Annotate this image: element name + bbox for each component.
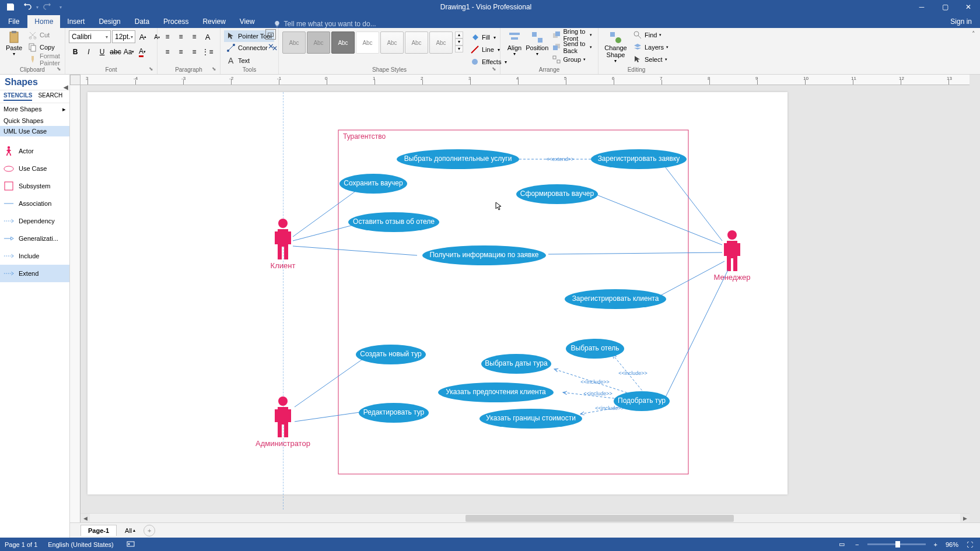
usecase[interactable]: Сохранить ваучер <box>340 174 407 194</box>
bold-button[interactable]: B <box>69 45 82 58</box>
presentation-mode-button[interactable]: ▭ <box>836 539 847 549</box>
paste-button[interactable]: Paste ▾ <box>4 29 24 58</box>
layers-button[interactable]: Layers▾ <box>631 41 671 53</box>
association[interactable] <box>659 159 722 241</box>
page-tab-1[interactable]: Page-1 <box>80 525 117 536</box>
align-center-button[interactable]: ≡ <box>174 45 187 58</box>
style-swatch[interactable]: Abc <box>356 31 379 54</box>
bring-front-button[interactable]: Bring to Front▾ <box>550 29 594 41</box>
collapse-ribbon-button[interactable]: ˄ <box>967 28 980 74</box>
data-tab[interactable]: Data <box>128 15 156 28</box>
shape-subsystem[interactable]: Subsystem <box>0 177 69 195</box>
zoom-out-button[interactable]: − <box>853 540 861 549</box>
add-page-button[interactable]: + <box>144 525 155 536</box>
align-bottom-button[interactable]: ≡ <box>188 30 201 43</box>
association[interactable] <box>293 246 417 255</box>
save-button[interactable] <box>4 1 18 13</box>
shape-generalization[interactable]: Generalizati... <box>0 230 69 247</box>
style-swatch[interactable]: Abc <box>429 31 453 54</box>
association[interactable] <box>548 252 722 254</box>
copy-button[interactable]: Copy <box>26 41 62 53</box>
format-painter-button[interactable]: Format Painter <box>26 54 62 65</box>
process-tab[interactable]: Process <box>156 15 195 28</box>
usecase[interactable]: Получить информацию по заявке <box>422 245 546 265</box>
align-top-button[interactable]: ≡ <box>161 30 174 43</box>
strikethrough-button[interactable]: abc <box>109 45 122 58</box>
all-pages-button[interactable]: All▴ <box>120 525 140 536</box>
usecase[interactable]: Выбрать отель <box>566 339 624 359</box>
tell-me-search[interactable]: Tell me what you want to do... <box>262 20 943 28</box>
zoom-level[interactable]: 96% <box>946 541 958 548</box>
association[interactable] <box>595 194 722 245</box>
align-left-button[interactable]: ≡ <box>161 45 174 58</box>
style-swatch[interactable]: Abc <box>405 31 428 54</box>
more-shapes-link[interactable]: More Shapes▸ <box>0 103 69 115</box>
font-name-combo[interactable]: Calibri▾ <box>69 30 111 43</box>
usecase[interactable]: Оставить отзыв об отеле <box>348 212 439 232</box>
scroll-right-button[interactable]: ▶ <box>960 514 970 523</box>
bullets-button[interactable]: ⋮≡ <box>201 45 214 58</box>
font-launcher[interactable]: ⬊ <box>149 66 155 72</box>
shape-extend[interactable]: Extend <box>0 265 69 282</box>
undo-button[interactable] <box>20 1 34 13</box>
connection-point-button[interactable]: ✕ <box>265 41 276 51</box>
select-button[interactable]: Select▾ <box>631 54 671 65</box>
orientation-button[interactable]: A <box>201 30 214 43</box>
style-swatch[interactable]: Abc <box>282 31 306 54</box>
send-back-button[interactable]: Send to Back▾ <box>550 41 594 53</box>
shape-association[interactable]: Association <box>0 195 69 212</box>
gallery-up[interactable]: ▴ <box>455 31 463 38</box>
fit-page-button[interactable]: ⛶ <box>964 540 975 549</box>
change-shape-button[interactable]: Change Shape▾ <box>602 29 629 65</box>
usecase[interactable]: Выбрать даты тура <box>481 354 551 374</box>
insert-tab[interactable]: Insert <box>60 15 92 28</box>
rectangle-tool-button[interactable] <box>265 29 276 40</box>
usecase[interactable]: Создать новый тур <box>356 345 426 364</box>
close-button[interactable]: ✕ <box>957 0 980 14</box>
language-status[interactable]: English (United States) <box>48 541 114 548</box>
maximize-button[interactable]: ▢ <box>933 0 957 14</box>
find-button[interactable]: Find▾ <box>631 29 671 41</box>
italic-button[interactable]: I <box>82 45 95 58</box>
home-tab[interactable]: Home <box>27 15 60 28</box>
underline-button[interactable]: U <box>96 45 108 58</box>
stencils-tab[interactable]: STENCILS <box>4 92 32 101</box>
position-button[interactable]: Position▾ <box>526 29 548 58</box>
increase-font-button[interactable]: A▴ <box>136 30 149 43</box>
collapse-pane-button[interactable]: ◀ <box>64 84 68 90</box>
usecase[interactable]: Зарегистрировать клиента <box>565 289 666 309</box>
design-tab[interactable]: Design <box>92 15 127 28</box>
minimize-button[interactable]: ─ <box>910 0 933 14</box>
case-button[interactable]: Aa▾ <box>123 45 135 58</box>
style-swatch[interactable]: Abc <box>307 31 330 54</box>
actor-client[interactable] <box>275 219 291 259</box>
align-button[interactable]: Align▾ <box>504 29 525 58</box>
align-middle-button[interactable]: ≡ <box>174 30 187 43</box>
usecase[interactable]: Зарегистрировать заявку <box>591 149 687 169</box>
shape-usecase[interactable]: Use Case <box>0 160 69 177</box>
review-tab[interactable]: Review <box>195 15 232 28</box>
actor-admin[interactable] <box>275 396 291 437</box>
paragraph-launcher[interactable]: ⬊ <box>212 66 218 72</box>
style-gallery[interactable]: Abc Abc Abc Abc Abc Abc Abc <box>282 31 453 54</box>
redo-button[interactable] <box>41 1 55 13</box>
usecase[interactable]: Редактировать тур <box>359 403 429 423</box>
scroll-left-button[interactable]: ◀ <box>80 514 90 523</box>
file-tab[interactable]: File <box>0 15 27 28</box>
view-tab[interactable]: View <box>233 15 262 28</box>
usecase[interactable]: Выбрать дополнительные услуги <box>397 149 519 169</box>
text-tool-button[interactable]: AText <box>224 55 252 66</box>
style-swatch[interactable]: Abc <box>331 31 355 54</box>
usecase[interactable]: Сформировать ваучер <box>516 184 598 204</box>
cut-button[interactable]: Cut <box>26 29 62 41</box>
gallery-down[interactable]: ▾ <box>455 38 463 45</box>
scroll-thumb[interactable] <box>466 515 734 522</box>
sign-in-link[interactable]: Sign in <box>942 15 980 28</box>
group-button[interactable]: Group▾ <box>550 54 594 65</box>
align-right-button[interactable]: ≡ <box>188 45 201 58</box>
usecase[interactable]: Подобрать тур <box>614 391 670 411</box>
gallery-more[interactable]: ▾ <box>455 45 463 52</box>
shape-actor[interactable]: Actor <box>0 142 69 160</box>
usecase[interactable]: Указать предпочтения клиента <box>438 382 554 402</box>
font-size-combo[interactable]: 12pt.▾ <box>112 30 135 43</box>
